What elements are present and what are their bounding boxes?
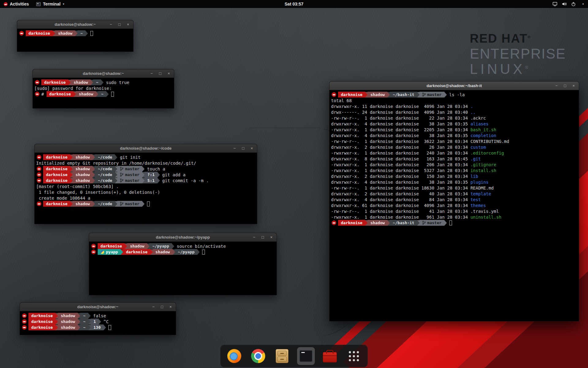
redhat-prompt-icon — [22, 313, 27, 318]
terminal-window-home-1[interactable]: darknoise@shadow:~−□×darknoiseshadow~ — [17, 20, 134, 52]
terminal-text: drwxrwxr-x. 61 darknoise darknoise 4096 … — [331, 203, 470, 208]
prompt-segment-gitstat: ?:1 — [145, 172, 157, 178]
terminal-line: darknoiseshadow~130 — [21, 324, 175, 330]
minimize-button[interactable]: − — [232, 146, 237, 151]
terminal-window-sudo[interactable]: darknoise@shadow:~−□×darknoiseshadow~sud… — [32, 69, 174, 109]
terminal-line: drwx------. 24 darknoise darknoise 4096 … — [331, 109, 578, 115]
prompt-segment-path: ~ — [93, 79, 101, 85]
powerline-arrow — [88, 319, 91, 324]
maximize-button[interactable]: □ — [160, 305, 164, 309]
powerline-arrow — [70, 166, 73, 172]
redhat-prompt-icon — [22, 325, 27, 330]
minimize-button[interactable]: − — [554, 83, 559, 88]
window-titlebar[interactable]: darknoise@shadow:~/pyapp−□× — [89, 233, 277, 242]
dock-item-terminal[interactable] — [297, 347, 315, 365]
prompt-segment-git: master — [117, 201, 142, 207]
terminal-line: drwxrwxr-x. 8 darknoise darknoise 163 Ja… — [331, 156, 578, 162]
window-titlebar[interactable]: darknoise@shadow:~−□× — [20, 303, 176, 311]
terminal-text: -rwxrwxr-x. 1 darknoise darknoise 2205 J… — [331, 127, 470, 132]
terminal-text: drwxrwxr-x. 11 darknoise darknoise 4096 … — [331, 104, 470, 109]
terminal-window-pyapp[interactable]: darknoise@shadow:~/pyapp−□×darknoiseshad… — [89, 233, 277, 295]
firefox-icon — [227, 349, 241, 363]
terminal-window-home-2[interactable]: darknoise@shadow:~−□×darknoiseshadow~fal… — [20, 302, 176, 335]
terminal-text: git add a — [162, 172, 186, 177]
terminal-line: drwxrwxr-x. 11 darknoise darknoise 4096 … — [331, 103, 578, 109]
terminal-window-bash-it[interactable]: darknoise@shadow:~/bash-it−□×darknoisesh… — [329, 81, 579, 321]
git-branch-icon — [120, 202, 123, 206]
window-titlebar[interactable]: darknoise@shadow:~/bash-it−□× — [330, 82, 579, 90]
git-branch-icon — [120, 173, 123, 177]
window-controls: −□× — [252, 233, 273, 241]
terminal-body[interactable]: darknoiseshadow~/bash-itmasterls -latota… — [330, 90, 579, 321]
terminal-text: lib — [470, 174, 478, 179]
powerline-arrow — [173, 249, 175, 255]
powerline-arrow — [142, 178, 145, 183]
dock-item-show-applications[interactable] — [345, 347, 363, 365]
dock-item-files[interactable] — [273, 347, 291, 365]
close-button[interactable]: × — [167, 71, 171, 76]
powerline-arrow — [142, 172, 145, 178]
window-controls: −□× — [232, 144, 254, 152]
terminal-text: ^C — [104, 319, 109, 324]
prompt-segment-host: shadow — [73, 201, 92, 207]
close-button[interactable]: × — [168, 305, 173, 309]
powerline-arrow — [172, 243, 174, 249]
close-button[interactable]: × — [126, 22, 130, 27]
maximize-button[interactable]: □ — [117, 22, 122, 27]
terminal-text: -rw-rw-r--. 1 darknoise darknoise 22 Jan… — [331, 116, 470, 121]
system-status-area[interactable]: ▼ — [552, 0, 588, 8]
prompt-segment-host: shadow — [58, 319, 78, 324]
prompt-segment-path: ~/code — [95, 172, 115, 178]
terminal-body[interactable]: darknoiseshadow~/pyappsource bin/activat… — [89, 242, 277, 295]
powerline-arrow — [88, 313, 91, 319]
powerline-arrow — [70, 201, 73, 207]
powerline-arrow — [74, 91, 76, 97]
window-titlebar[interactable]: darknoise@shadow:~−□× — [33, 69, 174, 78]
redhat-prompt-icon — [91, 250, 96, 254]
close-button[interactable]: × — [269, 235, 273, 240]
prompt-segment-host: shadow — [73, 166, 92, 172]
dock-item-chrome[interactable] — [249, 347, 267, 365]
prompt-segment-user: darknoise — [43, 166, 70, 172]
terminal-text: .travis.yml — [470, 209, 499, 214]
powerline-arrow — [157, 178, 160, 183]
minimize-button[interactable]: − — [252, 235, 256, 240]
terminal-text: CONTRIBUTING.md — [470, 139, 509, 144]
close-button[interactable]: × — [250, 146, 254, 151]
terminal-body[interactable]: darknoiseshadow~ — [17, 29, 133, 52]
terminal-body[interactable]: darknoiseshadow~falsedarknoiseshadow~1^C… — [20, 311, 176, 335]
powerline-arrow — [115, 166, 117, 172]
app-menu[interactable]: Terminal ▼ — [32, 0, 68, 8]
minimize-button[interactable]: − — [149, 71, 154, 76]
prompt-segment-user: darknoise — [28, 313, 55, 319]
window-titlebar[interactable]: darknoise@shadow:~−□× — [17, 20, 133, 29]
minimize-button[interactable]: − — [109, 22, 113, 27]
terminal-window-code[interactable]: darknoise@shadow:~/code−□×darknoiseshado… — [34, 144, 257, 224]
terminal-body[interactable]: darknoiseshadow~sudo true[sudo] password… — [33, 78, 174, 108]
powerline-arrow — [92, 178, 95, 183]
terminal-text: themes — [470, 203, 486, 208]
terminal-text: custom — [470, 145, 486, 150]
terminal-text: drwx------. 24 darknoise darknoise 4096 … — [331, 110, 470, 115]
clock[interactable]: Sat 03:57 — [285, 2, 303, 6]
maximize-button[interactable]: □ — [241, 146, 245, 151]
powerline-arrow — [115, 201, 117, 207]
terminal-line: # darknoiseshadow~ — [34, 91, 173, 97]
minimize-button[interactable]: − — [151, 305, 156, 309]
maximize-button[interactable]: □ — [261, 235, 265, 240]
close-button[interactable]: × — [571, 83, 576, 88]
prompt-segment-host: shadow — [76, 91, 96, 97]
terminal-body[interactable]: darknoiseshadow~/codegit initInitialized… — [35, 153, 257, 224]
terminal-text: -rw-rw-r--. 1 darknoise darknoise 18630 … — [331, 186, 470, 190]
powerline-arrow — [106, 91, 109, 97]
activities-button[interactable]: Activities — [0, 0, 32, 8]
prompt-segment-host: shadow — [58, 324, 78, 330]
dock-item-firefox[interactable] — [225, 347, 243, 365]
terminal-text: create mode 100644 a — [36, 196, 90, 201]
powerline-arrow — [142, 201, 145, 207]
dock-item-toolbox[interactable] — [321, 347, 339, 365]
window-titlebar[interactable]: darknoise@shadow:~/code−□× — [35, 144, 257, 153]
maximize-button[interactable]: □ — [158, 71, 162, 76]
maximize-button[interactable]: □ — [563, 83, 567, 88]
prompt-segment-gitstat: S:1 — [145, 178, 157, 183]
